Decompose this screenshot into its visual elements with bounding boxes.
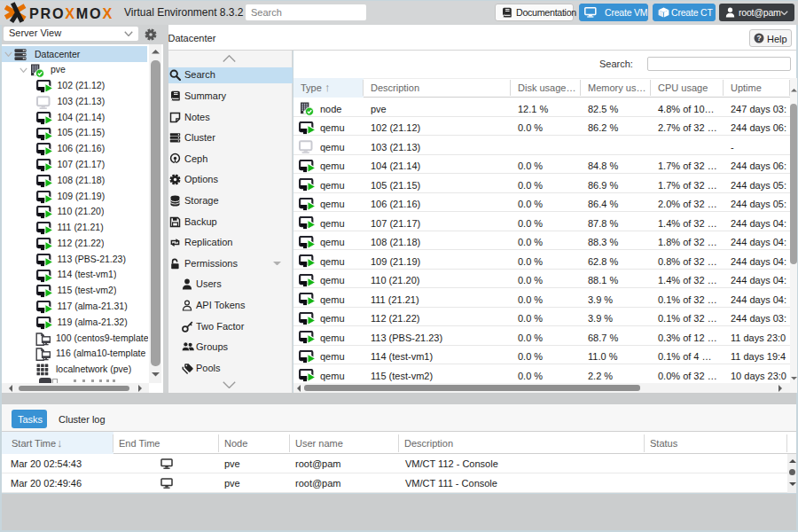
svg-text:?: ? xyxy=(756,34,761,43)
